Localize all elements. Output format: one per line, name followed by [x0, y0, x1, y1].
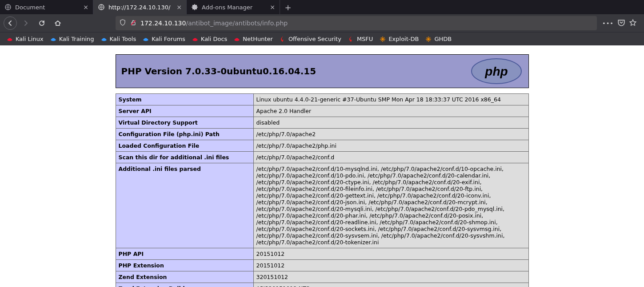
- tab-title: Add-ons Manager: [202, 4, 266, 11]
- table-row: SystemLinux ubuntu 4.4.0-21-generic #37-…: [116, 94, 528, 105]
- info-key: Zend Extension: [116, 271, 253, 283]
- bookmark-kali-training[interactable]: Kali Training: [47, 34, 97, 44]
- globe-icon: [98, 4, 105, 11]
- pocket-icon[interactable]: [617, 19, 625, 28]
- close-icon[interactable]: ×: [270, 4, 275, 11]
- page-content: PHP Version 7.0.33-0ubuntu0.16.04.15 php…: [0, 45, 644, 287]
- php-version-title: PHP Version 7.0.33-0ubuntu0.16.04.15: [121, 66, 316, 77]
- bookmark-msfu[interactable]: MSFU: [345, 34, 376, 44]
- bookmark-kali-forums[interactable]: Kali Forums: [140, 34, 188, 44]
- table-row: Scan this dir for additional .ini files/…: [116, 152, 528, 163]
- info-key: Additional .ini files parsed: [116, 163, 253, 248]
- spider-orange-icon: [379, 36, 386, 43]
- home-button[interactable]: [51, 16, 65, 30]
- reload-button[interactable]: [35, 16, 49, 30]
- info-key: Zend Extension Build: [116, 283, 253, 287]
- table-row: Virtual Directory Supportdisabled: [116, 117, 528, 129]
- bookmark-label: Kali Forums: [152, 36, 185, 42]
- info-value: Apache 2.0 Handler: [253, 105, 528, 117]
- kali-red-icon: [6, 36, 13, 43]
- phpinfo-header: PHP Version 7.0.33-0ubuntu0.16.04.15 php: [116, 54, 529, 88]
- info-value: 20151012: [253, 248, 528, 260]
- close-icon[interactable]: ×: [176, 4, 182, 11]
- info-value: API320151012,NTS: [253, 283, 528, 287]
- table-row: Zend Extension BuildAPI320151012,NTS: [116, 283, 528, 287]
- bookmark-label: MSFU: [357, 36, 373, 42]
- bookmark-label: Kali Docs: [201, 36, 228, 42]
- info-value: 320151012: [253, 271, 528, 283]
- info-key: Scan this dir for additional .ini files: [116, 152, 253, 163]
- table-row: Loaded Configuration File/etc/php/7.0/ap…: [116, 140, 528, 152]
- page-actions: •••: [602, 19, 640, 28]
- kali-blue-icon: [142, 36, 149, 43]
- table-row: PHP API20151012: [116, 248, 528, 260]
- bookmark-nethunter[interactable]: NetHunter: [231, 34, 276, 44]
- info-value: disabled: [253, 117, 528, 129]
- table-row: Zend Extension320151012: [116, 271, 528, 283]
- bookmark-kali-docs[interactable]: Kali Docs: [189, 34, 230, 44]
- bookmark-label: Offensive Security: [288, 36, 341, 42]
- info-key: Loaded Configuration File: [116, 140, 253, 152]
- info-value: /etc/php/7.0/apache2/conf.d: [253, 152, 528, 163]
- info-key: Configuration File (php.ini) Path: [116, 129, 253, 140]
- tab-title: http://172.24.10.130/: [108, 4, 173, 11]
- info-value: /etc/php/7.0/apache2/conf.d/10-mysqlnd.i…: [253, 163, 528, 248]
- url-text: 172.24.10.130/antibot_image/antibots/inf…: [140, 20, 288, 27]
- info-value: 20151012: [253, 260, 528, 271]
- svg-text:php: php: [484, 65, 508, 78]
- lock-insecure-icon: [130, 19, 137, 28]
- tab-current[interactable]: http://172.24.10.130/ ×: [93, 0, 187, 14]
- tab-bar: Document × http://172.24.10.130/ × Add-o…: [0, 0, 644, 14]
- bookmark-label: Kali Training: [59, 36, 94, 42]
- kali-blue-icon: [50, 36, 57, 43]
- svg-point-5: [428, 38, 430, 40]
- table-row: PHP Extension20151012: [116, 260, 528, 271]
- phpinfo-table: SystemLinux ubuntu 4.4.0-21-generic #37-…: [116, 93, 529, 287]
- info-key: PHP Extension: [116, 260, 253, 271]
- bookmark-label: NetHunter: [243, 36, 273, 42]
- bookmark-offensive-security[interactable]: Offensive Security: [276, 34, 344, 44]
- flame-red-icon: [279, 36, 286, 43]
- back-button[interactable]: [4, 16, 17, 30]
- url-host: 172.24.10.130: [140, 20, 186, 27]
- info-value: Linux ubuntu 4.4.0-21-generic #37-Ubuntu…: [253, 94, 528, 105]
- info-key: Virtual Directory Support: [116, 117, 253, 129]
- more-actions-icon[interactable]: •••: [602, 20, 614, 27]
- bookmark-kali-tools[interactable]: Kali Tools: [98, 34, 139, 44]
- table-row: Additional .ini files parsed/etc/php/7.0…: [116, 163, 528, 248]
- svg-point-4: [382, 38, 384, 40]
- bookmark-label: Exploit-DB: [388, 36, 419, 42]
- bookmark-ghdb[interactable]: GHDB: [422, 34, 454, 44]
- flame-red-icon: [348, 36, 355, 43]
- phpinfo: PHP Version 7.0.33-0ubuntu0.16.04.15 php…: [116, 54, 529, 287]
- kali-red-icon: [233, 36, 240, 43]
- bookmark-kali-linux[interactable]: Kali Linux: [4, 34, 46, 44]
- info-value: /etc/php/7.0/apache2/php.ini: [253, 140, 528, 152]
- bookmark-exploit-db[interactable]: Exploit-DB: [376, 34, 421, 44]
- bookmark-label: Kali Linux: [16, 36, 44, 42]
- url-bar[interactable]: 172.24.10.130/antibot_image/antibots/inf…: [116, 16, 597, 30]
- kali-blue-icon: [100, 36, 108, 43]
- globe-icon: [4, 4, 12, 11]
- bookmark-star-icon[interactable]: [629, 19, 637, 28]
- tab-title: Document: [15, 4, 80, 11]
- kali-red-icon: [192, 36, 199, 43]
- shield-icon: [119, 19, 126, 28]
- spider-orange-icon: [425, 36, 432, 43]
- php-logo-icon: php: [470, 58, 523, 85]
- puzzle-icon: [191, 4, 198, 11]
- new-tab-button[interactable]: +: [280, 0, 296, 14]
- info-key: System: [116, 94, 253, 105]
- info-key: Server API: [116, 105, 253, 117]
- bookmark-label: GHDB: [434, 36, 452, 42]
- table-row: Configuration File (php.ini) Path/etc/ph…: [116, 129, 528, 140]
- close-icon[interactable]: ×: [83, 4, 88, 11]
- info-key: PHP API: [116, 248, 253, 260]
- forward-button[interactable]: [19, 16, 33, 30]
- table-row: Server APIApache 2.0 Handler: [116, 105, 528, 117]
- info-value: /etc/php/7.0/apache2: [253, 129, 528, 140]
- tab-document[interactable]: Document ×: [0, 0, 93, 14]
- url-path: /antibot_image/antibots/info.php: [186, 20, 288, 27]
- tab-addons[interactable]: Add-ons Manager ×: [187, 0, 280, 14]
- nav-bar: 172.24.10.130/antibot_image/antibots/inf…: [0, 14, 644, 32]
